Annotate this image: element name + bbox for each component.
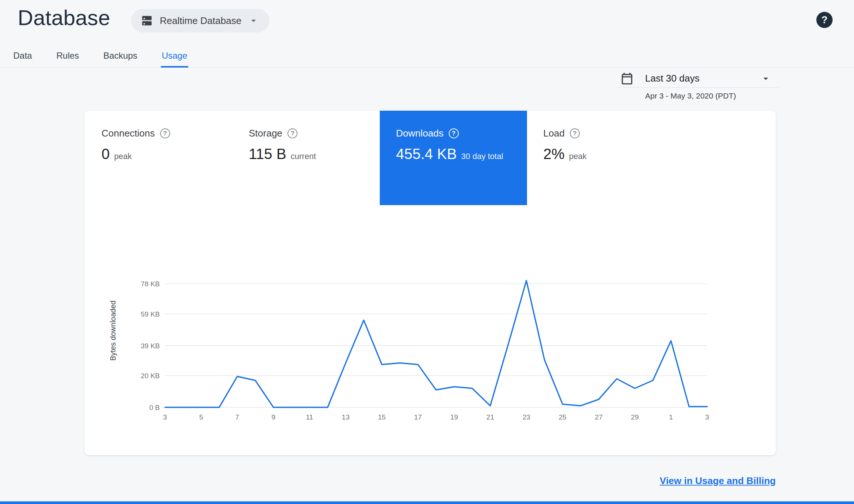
- help-glyph: ?: [573, 130, 576, 137]
- metric-tile-connections[interactable]: Connections ? 0 peak: [85, 111, 233, 205]
- chevron-down-icon: [760, 73, 771, 84]
- metric-value: 455.4 KB: [396, 146, 457, 162]
- tab-backups[interactable]: Backups: [103, 44, 138, 68]
- svg-text:13: 13: [342, 413, 349, 421]
- tab-rules[interactable]: Rules: [56, 44, 80, 68]
- database-icon: [141, 14, 153, 27]
- bytes-downloaded-line-chart: 0 B20 KB39 KB59 KB78 KB35791113151719212…: [85, 266, 776, 439]
- metric-label: Load: [543, 128, 565, 139]
- bottom-accent-bar: [0, 501, 854, 504]
- metric-label: Connections: [101, 128, 155, 139]
- usage-card: Connections ? 0 peak Storage ? 115 B cur…: [85, 111, 776, 455]
- metric-tile-load[interactable]: Load ? 2% peak: [527, 111, 674, 205]
- svg-text:29: 29: [631, 413, 639, 421]
- svg-text:17: 17: [414, 413, 422, 421]
- help-glyph: ?: [290, 130, 294, 137]
- svg-text:21: 21: [486, 413, 494, 421]
- metric-unit: current: [291, 152, 316, 161]
- svg-text:7: 7: [235, 413, 240, 421]
- tab-bar: Data Rules Backups Usage: [0, 44, 854, 68]
- tab-usage[interactable]: Usage: [161, 44, 188, 68]
- date-range-detail: Apr 3 - May 3, 2020 (PDT): [617, 92, 779, 100]
- svg-text:15: 15: [378, 413, 386, 421]
- svg-text:39 KB: 39 KB: [141, 342, 160, 350]
- svg-text:1: 1: [669, 413, 673, 421]
- metric-value: 0: [101, 146, 110, 162]
- tab-data[interactable]: Data: [13, 44, 33, 68]
- svg-text:Bytes downloaded: Bytes downloaded: [109, 300, 117, 360]
- date-range-value: Last 30 days: [645, 73, 699, 84]
- svg-text:25: 25: [559, 413, 567, 421]
- database-type-selector[interactable]: Realtime Database: [131, 9, 269, 32]
- help-glyph: ?: [163, 130, 167, 137]
- metric-label: Storage: [249, 128, 282, 139]
- view-usage-billing-link[interactable]: View in Usage and Billing: [660, 475, 776, 487]
- help-button[interactable]: ?: [816, 12, 833, 28]
- page-title: Database: [18, 5, 110, 30]
- metric-unit: 30 day total: [461, 152, 503, 161]
- metric-value: 115 B: [249, 146, 286, 162]
- svg-text:3: 3: [163, 413, 167, 421]
- svg-text:0 B: 0 B: [149, 404, 160, 411]
- svg-text:27: 27: [595, 413, 603, 421]
- svg-text:59 KB: 59 KB: [141, 310, 160, 318]
- help-icon: ?: [822, 14, 828, 26]
- svg-text:3: 3: [705, 413, 709, 421]
- svg-text:19: 19: [450, 413, 458, 421]
- svg-text:11: 11: [306, 413, 313, 421]
- date-range-dropdown[interactable]: Last 30 days: [617, 69, 779, 88]
- database-type-label: Realtime Database: [160, 15, 241, 27]
- calendar-icon: [620, 72, 634, 86]
- svg-text:9: 9: [272, 413, 276, 421]
- help-glyph: ?: [452, 130, 455, 137]
- help-circle-icon[interactable]: ?: [287, 128, 297, 138]
- chevron-down-icon: [248, 15, 259, 26]
- metric-label: Downloads: [396, 128, 444, 139]
- svg-text:23: 23: [523, 413, 530, 421]
- database-usage-page: Database Realtime Database ? Data Rules …: [0, 0, 854, 504]
- svg-text:78 KB: 78 KB: [141, 280, 160, 288]
- help-circle-icon[interactable]: ?: [570, 128, 580, 138]
- metric-tile-storage[interactable]: Storage ? 115 B current: [233, 111, 380, 205]
- metric-unit: peak: [569, 152, 587, 161]
- metric-tile-downloads[interactable]: Downloads ? 455.4 KB 30 day total: [380, 111, 527, 205]
- date-range-selector: Last 30 days Apr 3 - May 3, 2020 (PDT): [617, 69, 779, 100]
- metric-value: 2%: [543, 146, 565, 162]
- help-circle-icon[interactable]: ?: [160, 128, 170, 138]
- metric-unit: peak: [114, 152, 132, 161]
- svg-text:20 KB: 20 KB: [141, 372, 160, 380]
- help-circle-icon[interactable]: ?: [449, 128, 459, 138]
- svg-text:5: 5: [199, 413, 203, 421]
